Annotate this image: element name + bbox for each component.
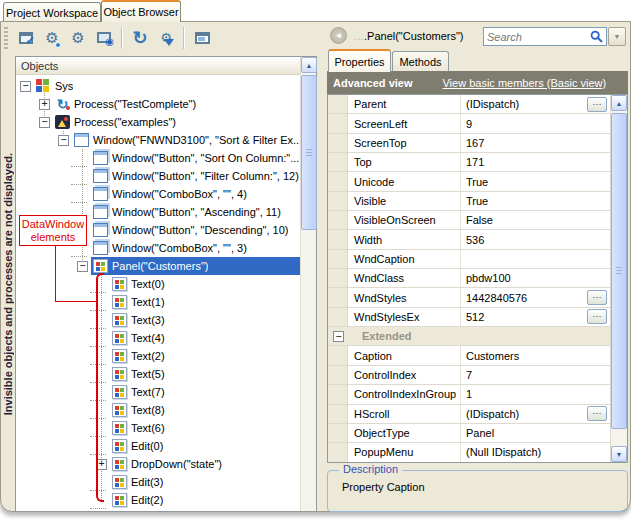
ellipsis-button[interactable]: ···	[587, 290, 607, 305]
object-settings-icon[interactable]	[66, 26, 90, 50]
tree-item-body[interactable]: Window("ComboBox", "", 3)	[91, 239, 300, 257]
tab-project-workspace[interactable]: Project Workspace	[3, 2, 101, 22]
ellipsis-button[interactable]: ···	[587, 97, 607, 112]
tree-item-body[interactable]: Text(7)	[110, 383, 300, 401]
tree-item-body[interactable]: Text(6)	[110, 419, 300, 437]
tree-item[interactable]: Text(1)	[16, 293, 300, 311]
tab-methods[interactable]: Methods	[392, 51, 449, 72]
tree-item[interactable]: Text(2)	[16, 347, 300, 365]
property-value-cell[interactable]: pbdw100	[460, 269, 610, 287]
tree-item-body[interactable]: Sys	[34, 77, 300, 95]
show-panel-icon[interactable]	[190, 26, 214, 50]
tree-item[interactable]: Text(5)	[16, 365, 300, 383]
tree-item-body[interactable]: Text(8)	[110, 401, 300, 419]
tree-item-body[interactable]: Text(2)	[110, 347, 300, 365]
tree-item-body[interactable]: Text(4)	[110, 329, 300, 347]
collapse-icon[interactable]: −	[333, 331, 344, 342]
collapse-icon[interactable]: −	[58, 135, 69, 146]
tree-item-body[interactable]: Window("Button", "Descending", 10)	[91, 221, 300, 239]
property-value-cell[interactable]: True	[460, 192, 610, 210]
tree-item-body[interactable]: Text(5)	[110, 365, 300, 383]
tree-item-body[interactable]: Window("Button", "Sort On Column:"...	[91, 149, 300, 167]
tree-item[interactable]: −Sys	[16, 77, 300, 95]
property-row[interactable]: ControlIndex7	[328, 366, 610, 385]
refresh-icon[interactable]	[128, 26, 152, 50]
tree-item[interactable]: Text(4)	[16, 329, 300, 347]
tree-item-body[interactable]: Window("FNWND3100", "Sort & Filter Ex...	[72, 131, 300, 149]
property-value-cell[interactable]: 167	[460, 134, 610, 152]
property-value-cell[interactable]: (IDispatch)···	[460, 405, 610, 423]
tree-item-body[interactable]: Window("ComboBox", "", 4)	[91, 185, 300, 203]
tree-item-body[interactable]: ↻Process("TestComplete")	[53, 95, 300, 113]
property-row[interactable]: CaptionCustomers	[328, 346, 610, 365]
tree-item[interactable]: +DropDown("state")	[16, 455, 300, 473]
property-row[interactable]: Top171	[328, 153, 610, 172]
property-row[interactable]: WndStylesEx512···	[328, 308, 610, 327]
property-value-cell[interactable]: Panel	[460, 424, 610, 442]
tree-item-body[interactable]: Edit(2)	[110, 491, 300, 509]
tree-item-body[interactable]: Panel("Customers")	[91, 257, 300, 275]
property-value-cell[interactable]: 536	[460, 230, 610, 248]
property-value-cell[interactable]: (IDispatch)···	[460, 95, 610, 113]
property-row[interactable]: ControlIndexInGroup1	[328, 385, 610, 404]
property-value-cell[interactable]: 7	[460, 366, 610, 384]
scroll-down-icon[interactable]: ▼	[611, 446, 627, 462]
collapse-icon[interactable]: −	[77, 261, 88, 272]
scrollbar-thumb[interactable]	[301, 75, 317, 230]
tree-item[interactable]: −Window("FNWND3100", "Sort & Filter Ex..…	[16, 131, 300, 149]
property-value-cell[interactable]: 171	[460, 153, 610, 171]
tab-object-browser[interactable]: Object Browser	[101, 0, 181, 22]
property-row[interactable]: VisibleTrue	[328, 192, 610, 211]
map-object-icon[interactable]	[40, 26, 64, 50]
basic-view-link[interactable]: View basic members (Basic view)	[442, 77, 606, 89]
tree-item-body[interactable]: Window("Button", "Filter Column:", 12)	[91, 167, 300, 185]
tree-item[interactable]: Window("Button", "Sort On Column:"...	[16, 149, 300, 167]
ellipsis-button[interactable]: ···	[587, 406, 607, 421]
property-value-cell[interactable]: Customers	[460, 346, 610, 364]
tree-item[interactable]: Text(0)	[16, 275, 300, 293]
tree-item-body[interactable]: Process("examples")	[53, 113, 300, 131]
filter-icon[interactable]	[154, 26, 178, 50]
collapse-icon[interactable]: −	[20, 81, 31, 92]
tree-item[interactable]: Text(7)	[16, 383, 300, 401]
scroll-up-icon[interactable]: ▲	[611, 95, 627, 111]
property-value-cell[interactable]: 9	[460, 114, 610, 132]
expand-icon[interactable]: +	[39, 99, 50, 110]
property-value-cell[interactable]: 1442840576···	[460, 288, 610, 306]
toolbar-grip[interactable]	[4, 27, 8, 49]
property-row[interactable]: VisibleOnScreenFalse	[328, 211, 610, 230]
collapse-icon[interactable]: −	[39, 117, 50, 128]
search-icon[interactable]	[590, 30, 603, 43]
tab-properties[interactable]: Properties	[328, 49, 391, 72]
tree-item[interactable]: Edit(3)	[16, 473, 300, 491]
highlight-object-icon[interactable]: ✓	[14, 26, 38, 50]
property-row[interactable]: Parent(IDispatch)···	[328, 95, 610, 114]
tree-item[interactable]: Window("Button", "Filter Column:", 12)	[16, 167, 300, 185]
property-value-cell[interactable]: 512···	[460, 308, 610, 326]
tree-item[interactable]: −Panel("Customers")	[16, 257, 300, 275]
property-row[interactable]: ScreenTop167	[328, 134, 610, 153]
property-row[interactable]: HScroll(IDispatch)···	[328, 405, 610, 424]
ellipsis-button[interactable]: ···	[587, 309, 607, 324]
property-value-cell[interactable]: True	[460, 172, 610, 190]
tree-item[interactable]: −Process("examples")	[16, 113, 300, 131]
back-button[interactable]: ◄	[330, 27, 347, 44]
property-value-cell[interactable]: 1	[460, 385, 610, 403]
property-row[interactable]: ObjectTypePanel	[328, 424, 610, 443]
tree-item-body[interactable]: DropDown("state")	[110, 455, 300, 473]
tree-item-body[interactable]: Edit(3)	[110, 473, 300, 491]
property-value-cell[interactable]: False	[460, 211, 610, 229]
property-row[interactable]: WndClasspbdw100	[328, 269, 610, 288]
tree-item-body[interactable]: Text(3)	[110, 311, 300, 329]
search-dropdown-button[interactable]: ▼	[608, 27, 626, 46]
scroll-up-icon[interactable]: ▲	[301, 57, 317, 73]
tree-item-body[interactable]: Edit(0)	[110, 437, 300, 455]
property-group-row[interactable]: −Extended	[328, 327, 610, 346]
property-row[interactable]: PopupMenu(Null IDispatch)	[328, 443, 610, 462]
property-row[interactable]: WndStyles1442840576···	[328, 288, 610, 307]
tree-item[interactable]: Edit(2)	[16, 491, 300, 509]
property-row[interactable]: Width536	[328, 230, 610, 249]
tree-item[interactable]: Text(8)	[16, 401, 300, 419]
property-value-cell[interactable]	[460, 250, 610, 268]
tree-item[interactable]: Text(3)	[16, 311, 300, 329]
